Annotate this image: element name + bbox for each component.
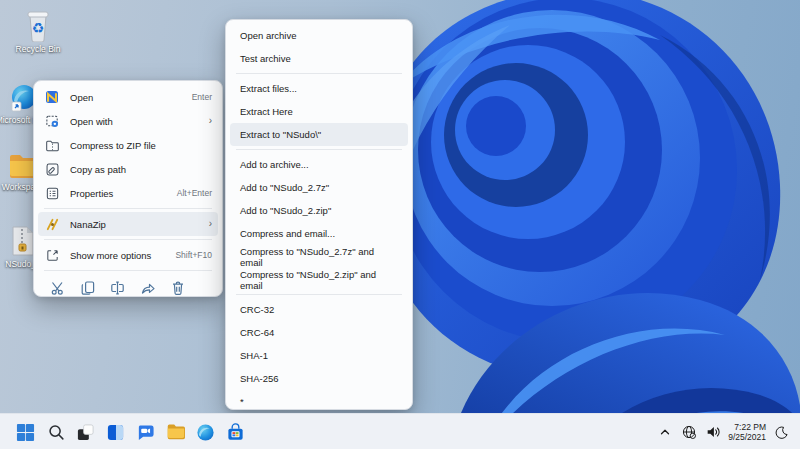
submenu-item-label: Compress to "NSudo_2.7z" and email: [240, 246, 398, 268]
start-button[interactable]: [12, 419, 39, 446]
menu-item-shortcut: Enter: [192, 92, 212, 102]
menu-item-nanazip[interactable]: NanaZip ›: [38, 212, 218, 236]
context-menu: Open Enter Open with › Compress to ZIP f…: [33, 80, 223, 297]
menu-item-label: NanaZip: [70, 219, 106, 230]
chevron-right-icon: ›: [209, 219, 212, 229]
submenu-item-label: Test archive: [240, 53, 291, 64]
submenu-item-label: CRC-64: [240, 327, 274, 338]
submenu-item-label: Extract Here: [240, 106, 293, 117]
menu-separator: [44, 239, 212, 240]
task-view-button[interactable]: [72, 419, 99, 446]
nanazip-submenu: Open archive Test archive Extract files.…: [225, 19, 413, 410]
copy-path-icon: [44, 161, 60, 177]
nsudo-app-icon: [44, 89, 60, 105]
show-more-icon: [44, 247, 60, 263]
clock-time: 7:22 PM: [734, 422, 766, 432]
submenu-item-sha256[interactable]: SHA-256: [230, 367, 408, 390]
chevron-right-icon: ›: [209, 116, 212, 126]
chat-button[interactable]: [132, 419, 159, 446]
submenu-item-test-archive[interactable]: Test archive: [230, 47, 408, 70]
submenu-item-extract-to-folder[interactable]: Extract to "NSudo\": [230, 123, 408, 146]
menu-item-shortcut: Shift+F10: [175, 250, 212, 260]
submenu-item-compress-7z-email[interactable]: Compress to "NSudo_2.7z" and email: [230, 245, 408, 268]
desktop-icon-label: Recycle Bin: [16, 44, 61, 54]
submenu-item-add-to-zip[interactable]: Add to "NSudo_2.zip": [230, 199, 408, 222]
menu-item-open-with[interactable]: Open with ›: [38, 109, 218, 133]
submenu-item-label: Extract to "NSudo\": [240, 129, 321, 140]
tray-network-globe-icon[interactable]: [680, 423, 698, 441]
desktop-icon-recycle-bin[interactable]: ♻ Recycle Bin: [7, 8, 69, 54]
submenu-item-label: Add to "NSudo_2.7z": [240, 182, 329, 193]
submenu-item-extract-here[interactable]: Extract Here: [230, 100, 408, 123]
menu-item-label: Compress to ZIP file: [70, 140, 156, 151]
menu-item-label: Open with: [70, 116, 113, 127]
menu-separator: [236, 149, 402, 150]
menu-item-label: Copy as path: [70, 164, 126, 175]
taskbar-buttons: [0, 419, 249, 446]
submenu-item-open-archive[interactable]: Open archive: [230, 24, 408, 47]
submenu-item-compress-email[interactable]: Compress and email...: [230, 222, 408, 245]
menu-item-label: Open: [70, 92, 93, 103]
clock-date: 9/25/2021: [728, 432, 766, 442]
submenu-item-label: SHA-256: [240, 373, 279, 384]
widgets-button[interactable]: [102, 419, 129, 446]
copy-icon[interactable]: [76, 277, 99, 298]
submenu-item-sha1[interactable]: SHA-1: [230, 344, 408, 367]
menu-item-show-more-options[interactable]: Show more options Shift+F10: [38, 243, 218, 267]
nanazip-icon: [44, 216, 60, 232]
menu-separator: [236, 73, 402, 74]
taskbar-clock[interactable]: 7:22 PM 9/25/2021: [728, 422, 766, 442]
menu-separator: [44, 270, 212, 271]
submenu-item-label: Add to "NSudo_2.zip": [240, 205, 331, 216]
submenu-item-label: Extract files...: [240, 83, 297, 94]
menu-item-open[interactable]: Open Enter: [38, 85, 218, 109]
system-tray: 7:22 PM 9/25/2021: [656, 422, 800, 442]
submenu-item-add-to-archive[interactable]: Add to archive...: [230, 153, 408, 176]
submenu-item-label: Compress and email...: [240, 228, 335, 239]
submenu-item-crc32[interactable]: CRC-32: [230, 298, 408, 321]
menu-separator: [236, 294, 402, 295]
submenu-item-label: *: [240, 396, 244, 407]
submenu-item-label: Compress to "NSudo_2.zip" and email: [240, 269, 398, 291]
recycle-bin-icon: ♻: [22, 8, 54, 42]
submenu-item-label: Add to archive...: [240, 159, 309, 170]
taskbar: 7:22 PM 9/25/2021: [0, 413, 800, 449]
submenu-item-crc64[interactable]: CRC-64: [230, 321, 408, 344]
menu-item-copy-as-path[interactable]: Copy as path: [38, 157, 218, 181]
store-button[interactable]: [222, 419, 249, 446]
tray-chevron-up-icon[interactable]: [656, 423, 674, 441]
quick-actions-row: [34, 274, 222, 298]
submenu-item-label: SHA-1: [240, 350, 268, 361]
menu-item-shortcut: Alt+Enter: [177, 188, 212, 198]
share-icon[interactable]: [136, 277, 159, 298]
menu-item-compress-zip[interactable]: Compress to ZIP file: [38, 133, 218, 157]
zip-folder-icon: [44, 137, 60, 153]
focus-assist-moon-icon[interactable]: [772, 423, 790, 441]
menu-item-properties[interactable]: Properties Alt+Enter: [38, 181, 218, 205]
file-explorer-button[interactable]: [162, 419, 189, 446]
cut-icon[interactable]: [46, 277, 69, 298]
open-with-icon: [44, 113, 60, 129]
svg-text:♻: ♻: [32, 20, 45, 36]
menu-item-label: Properties: [70, 188, 113, 199]
rename-icon[interactable]: [106, 277, 129, 298]
search-button[interactable]: [42, 419, 69, 446]
submenu-item-add-to-7z[interactable]: Add to "NSudo_2.7z": [230, 176, 408, 199]
edge-button[interactable]: [192, 419, 219, 446]
menu-item-label: Show more options: [70, 250, 151, 261]
properties-icon: [44, 185, 60, 201]
tray-volume-icon[interactable]: [704, 423, 722, 441]
submenu-item-label: Open archive: [240, 30, 297, 41]
submenu-item-compress-zip-email[interactable]: Compress to "NSudo_2.zip" and email: [230, 268, 408, 291]
submenu-item-label: CRC-32: [240, 304, 274, 315]
delete-icon[interactable]: [166, 277, 189, 298]
submenu-item-extract-files[interactable]: Extract files...: [230, 77, 408, 100]
menu-separator: [44, 208, 212, 209]
submenu-item-star[interactable]: *: [230, 390, 408, 413]
